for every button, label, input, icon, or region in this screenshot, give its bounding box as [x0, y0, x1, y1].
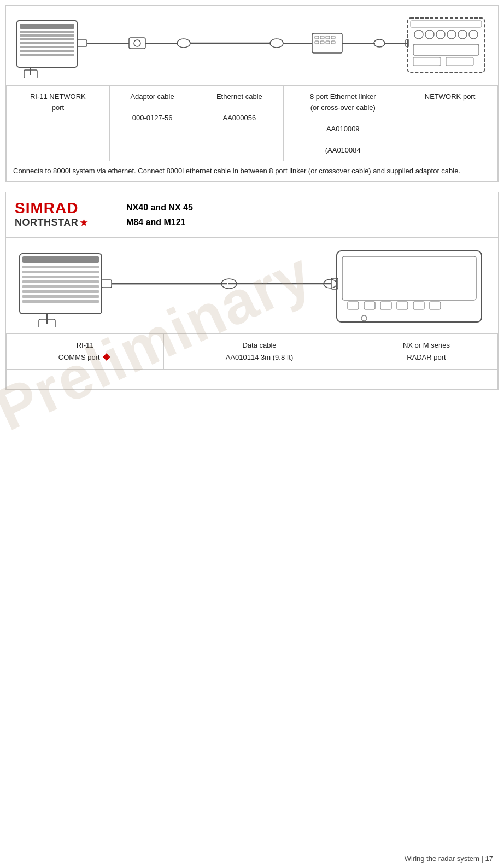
col2-line1: Adaptor cable	[130, 92, 174, 101]
s2-col2-line2: AA010114 3m (9.8 ft)	[226, 353, 294, 361]
s2-col1-cell: RI-11 COMMS port	[7, 333, 164, 369]
col4-line1: 8 port Ethernet linker	[310, 92, 376, 101]
star-icon: ★	[80, 218, 88, 228]
svg-rect-40	[446, 57, 473, 66]
svg-rect-23	[315, 41, 319, 44]
col3-line2: AA000056	[222, 114, 256, 122]
model-line1: NX40 and NX 45	[126, 200, 487, 215]
col2-line2: 000-0127-56	[132, 114, 173, 122]
col4-line3: AA010009	[326, 125, 360, 133]
svg-rect-19	[315, 36, 319, 39]
svg-rect-9	[77, 40, 87, 46]
s2-col1-line1: RI-11	[77, 341, 94, 349]
northstar-logo: NORTHSTAR★	[15, 217, 88, 229]
svg-rect-54	[102, 280, 112, 288]
svg-rect-2	[20, 31, 74, 33]
col1-cell: RI-11 NETWORK port	[7, 86, 110, 161]
section1-svg	[11, 10, 493, 81]
col1-line2: port	[52, 103, 64, 112]
svg-rect-39	[413, 57, 441, 66]
svg-rect-61	[348, 302, 359, 309]
svg-rect-63	[380, 302, 391, 309]
svg-rect-38	[413, 44, 479, 55]
footer-text: Wiring the radar system | 17	[405, 854, 493, 863]
svg-rect-21	[326, 36, 330, 39]
svg-rect-52	[22, 295, 99, 298]
diamond-icon	[103, 353, 110, 361]
svg-point-35	[447, 30, 456, 39]
s2-col2-cell: Data cable AA010114 3m (9.8 ft)	[164, 333, 355, 369]
svg-rect-51	[22, 290, 99, 293]
svg-point-28	[374, 39, 385, 47]
section1-diagram	[6, 6, 498, 85]
svg-rect-4	[20, 38, 74, 40]
col2-cell: Adaptor cable 000-0127-56	[109, 86, 195, 161]
svg-point-34	[436, 30, 445, 39]
section2-table: RI-11 COMMS port Data cable AA010114 3m …	[6, 333, 498, 370]
page-footer: Wiring the radar system | 17	[405, 854, 493, 863]
svg-rect-53	[22, 300, 99, 303]
svg-rect-6	[20, 46, 74, 48]
s2-col3-line2: RADAR port	[407, 353, 446, 361]
s2-col1-line2: COMMS port	[58, 353, 100, 361]
svg-rect-1	[20, 24, 74, 29]
section2-header: SIMRAD NORTHSTAR★ NX40 and NX 45 M84 and…	[6, 192, 498, 238]
svg-rect-62	[364, 302, 375, 309]
svg-rect-31	[411, 21, 482, 27]
svg-rect-22	[331, 36, 335, 39]
svg-rect-46	[22, 266, 99, 268]
svg-rect-3	[20, 34, 74, 37]
svg-rect-24	[320, 41, 324, 44]
s2-col2-line1: Data cable	[242, 341, 276, 349]
model-line2: M84 and M121	[126, 215, 487, 230]
svg-rect-20	[320, 36, 324, 39]
col4-cell: 8 port Ethernet linker (or cross-over ca…	[284, 86, 402, 161]
col3-cell: Ethernet cable AA000056	[195, 86, 284, 161]
svg-rect-26	[331, 41, 335, 44]
svg-point-67	[361, 315, 367, 321]
svg-rect-49	[22, 280, 99, 283]
section2-diagram	[6, 238, 498, 333]
svg-rect-47	[22, 271, 99, 273]
svg-rect-25	[326, 41, 330, 44]
svg-rect-5	[20, 42, 74, 44]
svg-rect-11	[129, 38, 145, 49]
col5-cell: NETWORK port	[402, 86, 498, 161]
col1-line1: RI-11 NETWORK	[30, 92, 86, 101]
section2-container: SIMRAD NORTHSTAR★ NX40 and NX 45 M84 and…	[5, 192, 499, 390]
section1-table: RI-11 NETWORK port Adaptor cable 000-012…	[6, 85, 498, 161]
svg-rect-66	[430, 302, 441, 309]
s2-col3-cell: NX or M series RADAR port	[355, 333, 497, 369]
col4-line4: (AA010084	[325, 146, 361, 154]
col5-line1: NETWORK port	[425, 92, 475, 101]
section1-container: RI-11 NETWORK port Adaptor cable 000-012…	[5, 5, 499, 182]
svg-rect-48	[22, 276, 99, 278]
section2-note	[6, 370, 498, 389]
svg-rect-58	[337, 251, 482, 322]
simrad-logo: SIMRAD	[15, 201, 78, 216]
model-cell: NX40 and NX 45 M84 and M121	[115, 192, 498, 237]
svg-rect-45	[22, 256, 99, 263]
svg-point-32	[414, 30, 423, 39]
svg-rect-59	[342, 256, 476, 300]
col3-line1: Ethernet cable	[216, 92, 262, 101]
page-wrapper: Preliminary	[0, 5, 504, 867]
svg-point-12	[134, 40, 140, 46]
section1-note: Connects to 8000i system via ethernet. C…	[6, 161, 498, 181]
svg-rect-65	[413, 302, 424, 309]
col4-line2: (or cross-over cable)	[310, 103, 376, 112]
svg-rect-50	[22, 285, 99, 288]
svg-point-37	[469, 30, 478, 39]
svg-rect-7	[20, 50, 74, 52]
svg-rect-8	[20, 54, 74, 56]
s2-col3-line1: NX or M series	[403, 341, 450, 349]
svg-point-33	[425, 30, 434, 39]
svg-rect-64	[397, 302, 408, 309]
svg-point-16	[270, 39, 283, 48]
northstar-text: NORTHSTAR	[15, 217, 78, 229]
logo-cell: SIMRAD NORTHSTAR★	[6, 193, 115, 236]
svg-point-14	[177, 39, 190, 48]
svg-point-36	[458, 30, 467, 39]
